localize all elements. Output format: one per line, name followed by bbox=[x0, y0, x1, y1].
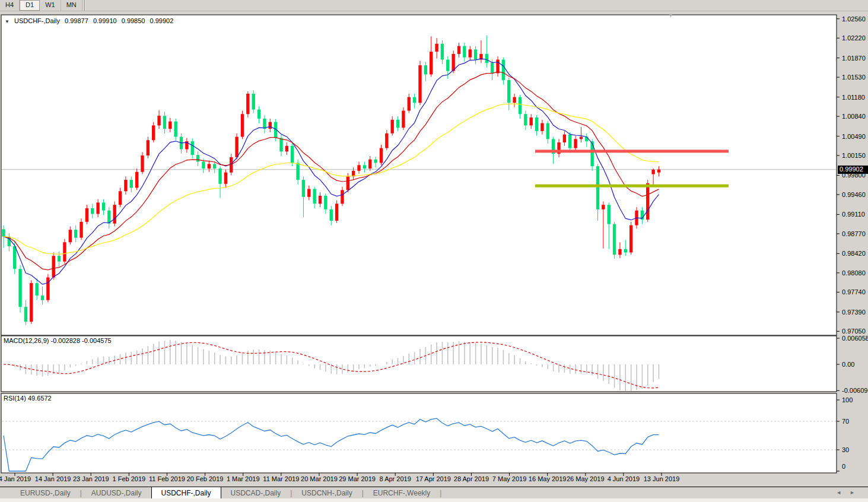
date-axis-label: 13 Jun 2019 bbox=[639, 475, 684, 482]
indicator-axis-label: 0.00 bbox=[842, 361, 854, 368]
chart-tab-usdcnh[interactable]: USDCNH-,Daily bbox=[292, 487, 361, 499]
indicator-axis-label: -0.006096 bbox=[842, 387, 868, 394]
toolbar-divider bbox=[82, 0, 85, 11]
macd-panel bbox=[1, 336, 837, 392]
rsi-series bbox=[2, 418, 836, 471]
chart-tab-usdchf[interactable]: USDCHF-,Daily bbox=[151, 487, 221, 499]
indicator-axis-label: 0.006058 bbox=[842, 335, 868, 342]
current-price-box: 0.99902 bbox=[838, 166, 868, 174]
timeframe-button-h4[interactable]: H4 bbox=[0, 0, 20, 11]
moving-averages bbox=[4, 59, 659, 284]
ohlc-high: 0.99910 bbox=[93, 17, 117, 24]
price-axis-label: 1.01530 bbox=[842, 74, 866, 81]
ohlc-open: 0.99877 bbox=[65, 17, 88, 24]
price-axis-label: 0.99110 bbox=[842, 211, 865, 218]
macd-signal-value: -0.004575 bbox=[82, 337, 112, 344]
timeframe-toolbar: H4D1W1MN bbox=[0, 0, 868, 11]
rsi-panel bbox=[1, 393, 837, 473]
ma-medium bbox=[4, 72, 659, 270]
chart-tab-eurusd[interactable]: EURUSD-,Daily bbox=[11, 487, 80, 499]
price-axis-label: 0.97390 bbox=[842, 309, 866, 316]
ma-fast bbox=[4, 59, 659, 284]
macd-label: MACD(12,26,9) -0.002828 -0.004575 bbox=[4, 337, 112, 344]
price-axis-label: 1.02560 bbox=[842, 15, 866, 23]
ma-slow bbox=[4, 104, 659, 254]
rsi-value: 49.6572 bbox=[28, 395, 52, 402]
price-axis-label: 0.98080 bbox=[842, 269, 866, 277]
timeframe-button-d1[interactable]: D1 bbox=[20, 0, 40, 11]
ohlc-close: 0.99902 bbox=[150, 17, 174, 24]
level-support bbox=[535, 185, 729, 188]
price-axis-label: 1.02220 bbox=[842, 34, 866, 42]
price-axis-label: 1.00490 bbox=[842, 133, 866, 140]
price-axis-label: 0.97740 bbox=[842, 288, 866, 296]
tab-scroll-buttons: ◄► bbox=[836, 490, 863, 495]
rsi-line bbox=[4, 418, 659, 471]
timeframe-button-mn[interactable]: MN bbox=[61, 0, 82, 11]
rsi-label: RSI(14) 49.6572 bbox=[4, 395, 52, 402]
macd-series bbox=[4, 340, 659, 392]
chart-shift-marker-icon[interactable]: ▼ bbox=[668, 12, 673, 18]
main-panel bbox=[1, 15, 837, 335]
chart-symbol-label: USDCHF-,Daily bbox=[14, 17, 60, 24]
price-axis-label: 0.98420 bbox=[842, 250, 866, 257]
price-axis-label: 0.98770 bbox=[842, 230, 866, 237]
chart-tab-bar: EURUSD-,Daily|AUDUSD-,DailyUSDCHF-,Daily… bbox=[0, 487, 868, 499]
price-axis-label: 1.01180 bbox=[842, 94, 865, 101]
chart-canvas bbox=[0, 0, 868, 502]
price-axis-label: 1.01870 bbox=[842, 55, 866, 62]
indicator-axis-label: 70 bbox=[842, 418, 849, 425]
price-axis-label: 0.99460 bbox=[842, 191, 866, 198]
chart-tab-usdcad[interactable]: USDCAD-,Daily bbox=[221, 487, 291, 499]
ohlc-low: 0.99850 bbox=[122, 17, 145, 24]
price-axis-label: 0.97050 bbox=[842, 328, 866, 335]
indicator-axis-label: 100 bbox=[842, 396, 853, 403]
tab-separator: | bbox=[440, 487, 441, 499]
indicator-axis-label: 30 bbox=[842, 446, 849, 453]
macd-main-value: -0.002828 bbox=[50, 337, 80, 344]
symbol-dropdown-icon[interactable]: ▼ bbox=[5, 19, 9, 24]
macd-signal-line bbox=[4, 342, 659, 388]
chart-tab-eurchf[interactable]: EURCHF-,Weekly bbox=[364, 487, 440, 499]
price-axis-label: 1.00150 bbox=[842, 152, 866, 159]
chart-header: ▼ USDCHF-,Daily 0.99877 0.99910 0.99850 … bbox=[5, 17, 176, 26]
candlesticks bbox=[2, 35, 660, 325]
indicator-axis-label: 0 bbox=[842, 463, 845, 470]
status-strip bbox=[0, 498, 868, 502]
level-resistance bbox=[535, 150, 729, 152]
trading-terminal-window: H4D1W1MN ▼ USDCHF-,Daily 0.99877 0.99910… bbox=[0, 0, 868, 502]
chart-tab-audusd[interactable]: AUDUSD-,Daily bbox=[82, 487, 151, 499]
tab-scroll-left-icon[interactable]: ◄ bbox=[836, 490, 850, 495]
tab-scroll-right-icon[interactable]: ► bbox=[850, 490, 863, 495]
price-axis-label: 1.00840 bbox=[842, 113, 866, 120]
timeframe-button-w1[interactable]: W1 bbox=[40, 0, 61, 11]
